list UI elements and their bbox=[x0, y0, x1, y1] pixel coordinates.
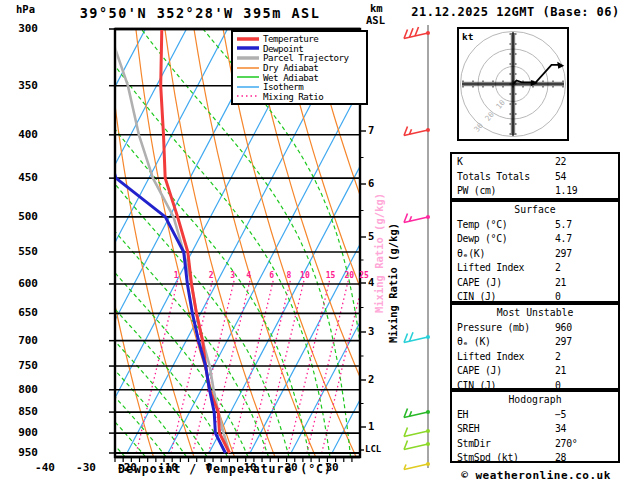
mixing-ratio-label: 1 bbox=[174, 271, 179, 280]
pressure-tick-label: 900 bbox=[8, 426, 38, 439]
pressure-tick-label: 500 bbox=[8, 210, 38, 223]
table-row: Pressure (mb)960 bbox=[457, 321, 613, 336]
datetime-label: 21.12.2025 12GMT (Base: 06) bbox=[402, 5, 629, 19]
row-label: PW (cm) bbox=[457, 184, 496, 199]
km-tick-label: 2 bbox=[368, 373, 374, 385]
table-row: Totals Totals54 bbox=[457, 170, 613, 185]
table-row: CAPE (J)21 bbox=[457, 364, 613, 379]
row-value: −5 bbox=[555, 408, 613, 423]
table-header: Hodograph bbox=[457, 393, 613, 408]
table-row: PW (cm)1.19 bbox=[457, 184, 613, 199]
row-label: θₑ(K) bbox=[457, 247, 485, 262]
row-value: 28 bbox=[555, 451, 613, 466]
table-row: θₑ (K)297 bbox=[457, 335, 613, 350]
row-value: 54 bbox=[555, 170, 613, 185]
pressure-tick-label: 800 bbox=[8, 383, 38, 396]
mixing-ratio-label: 20 bbox=[344, 271, 354, 280]
hodograph-unit-label: kt bbox=[462, 31, 473, 42]
pressure-tick-label: 950 bbox=[8, 446, 38, 459]
row-label: Lifted Index bbox=[457, 261, 524, 276]
row-value: 270° bbox=[555, 437, 613, 452]
pressure-tick-label: 700 bbox=[8, 334, 38, 347]
table-header: Surface bbox=[457, 203, 613, 218]
mixing-ratio-label: 8 bbox=[286, 271, 291, 280]
page-title: 39°50'N 352°28'W 395m ASL bbox=[40, 5, 360, 21]
row-label: StmDir bbox=[457, 437, 491, 452]
row-value: 5.7 bbox=[555, 218, 613, 233]
table-header: Most Unstable bbox=[457, 306, 613, 321]
row-label: EH bbox=[457, 408, 468, 423]
mixing-ratio-label: 3 bbox=[230, 271, 235, 280]
row-label: Pressure (mb) bbox=[457, 321, 530, 336]
row-value: 1.19 bbox=[555, 184, 613, 199]
pressure-tick-label: 300 bbox=[8, 22, 38, 35]
table-most-unstable: Most UnstablePressure (mb)960θₑ (K)297Li… bbox=[450, 303, 620, 390]
row-label: StmSpd (kt) bbox=[457, 451, 519, 466]
asl-axis-unit: ASL bbox=[366, 14, 385, 26]
table-row: K22 bbox=[457, 155, 613, 170]
pressure-tick-label: 600 bbox=[8, 277, 38, 290]
mixing-ratio-label: 25 bbox=[359, 271, 369, 280]
row-value: 297 bbox=[555, 247, 613, 262]
table-surface: SurfaceTemp (°C)5.7Dewp (°C)4.7θₑ(K)297L… bbox=[450, 200, 620, 303]
row-label: CAPE (J) bbox=[457, 364, 502, 379]
table-row: StmDir270° bbox=[457, 437, 613, 452]
mixing-ratio-axis-watermark: Mixing Ratio (g/kg) bbox=[373, 173, 385, 333]
table-row: CAPE (J)21 bbox=[457, 276, 613, 291]
row-label: CAPE (J) bbox=[457, 276, 502, 291]
table-row: Dewp (°C)4.7 bbox=[457, 232, 613, 247]
table-row: Lifted Index2 bbox=[457, 350, 613, 365]
table-indices: K22Totals Totals54PW (cm)1.19 bbox=[450, 152, 620, 200]
table-row: EH−5 bbox=[457, 408, 613, 423]
row-label: Temp (°C) bbox=[457, 218, 507, 233]
table-row: θₑ(K)297 bbox=[457, 247, 613, 262]
pressure-tick-label: 750 bbox=[8, 359, 38, 372]
km-tick-label: 7 bbox=[368, 124, 374, 136]
row-value: 21 bbox=[555, 364, 613, 379]
pressure-tick-label: 650 bbox=[8, 306, 38, 319]
km-tick-label: 1 bbox=[368, 420, 374, 432]
row-value: 960 bbox=[555, 321, 613, 336]
row-value: 297 bbox=[555, 335, 613, 350]
legend-line-sample bbox=[237, 54, 259, 62]
legend-line-sample bbox=[237, 64, 259, 72]
legend-line-sample bbox=[237, 92, 259, 100]
row-label: SREH bbox=[457, 422, 479, 437]
legend-line-sample bbox=[237, 73, 259, 81]
row-label: Lifted Index bbox=[457, 350, 524, 365]
pressure-axis-unit: hPa bbox=[16, 3, 35, 15]
km-axis-unit: km bbox=[370, 2, 383, 14]
table-row: StmSpd (kt)28 bbox=[457, 451, 613, 466]
pressure-tick-label: 550 bbox=[8, 245, 38, 258]
copyright: © weatheronline.co.uk bbox=[448, 469, 624, 482]
row-label: K bbox=[457, 155, 463, 170]
table-row: Lifted Index2 bbox=[457, 261, 613, 276]
mixing-ratio-axis-label: Mixing Ratio (g/kg) bbox=[387, 203, 399, 363]
row-value: 2 bbox=[555, 350, 613, 365]
table-row: SREH34 bbox=[457, 422, 613, 437]
legend-line-sample bbox=[237, 35, 259, 43]
row-value: 21 bbox=[555, 276, 613, 291]
legend-item: Mixing Ratio bbox=[237, 92, 366, 102]
temperature-tick-label: -40 bbox=[25, 461, 65, 474]
mixing-ratio-label: 6 bbox=[269, 271, 274, 280]
table-hodograph: HodographEH−5SREH34StmDir270°StmSpd (kt)… bbox=[450, 390, 620, 463]
x-axis-title: Dewpoint / Temperature (°C) bbox=[75, 462, 375, 476]
pressure-tick-label: 450 bbox=[8, 171, 38, 184]
mixing-ratio-label: 2 bbox=[209, 271, 214, 280]
legend: TemperatureDewpointParcel TrajectoryDry … bbox=[231, 30, 368, 105]
row-label: Totals Totals bbox=[457, 170, 530, 185]
mixing-ratio-label: 15 bbox=[326, 271, 336, 280]
legend-line-sample bbox=[237, 44, 259, 52]
row-label: θₑ (K) bbox=[457, 335, 491, 350]
row-label: Dewp (°C) bbox=[457, 232, 507, 247]
legend-line-sample bbox=[237, 83, 259, 91]
row-value: 4.7 bbox=[555, 232, 613, 247]
mixing-ratio-label: 4 bbox=[246, 271, 251, 280]
row-value: 22 bbox=[555, 155, 613, 170]
lcl-label: LCL bbox=[365, 444, 381, 454]
legend-label: Mixing Ratio bbox=[263, 91, 323, 102]
row-value: 2 bbox=[555, 261, 613, 276]
row-value: 34 bbox=[555, 422, 613, 437]
skewt-sounding-app: 39°50'N 352°28'W 395m ASL 21.12.2025 12G… bbox=[0, 0, 629, 486]
